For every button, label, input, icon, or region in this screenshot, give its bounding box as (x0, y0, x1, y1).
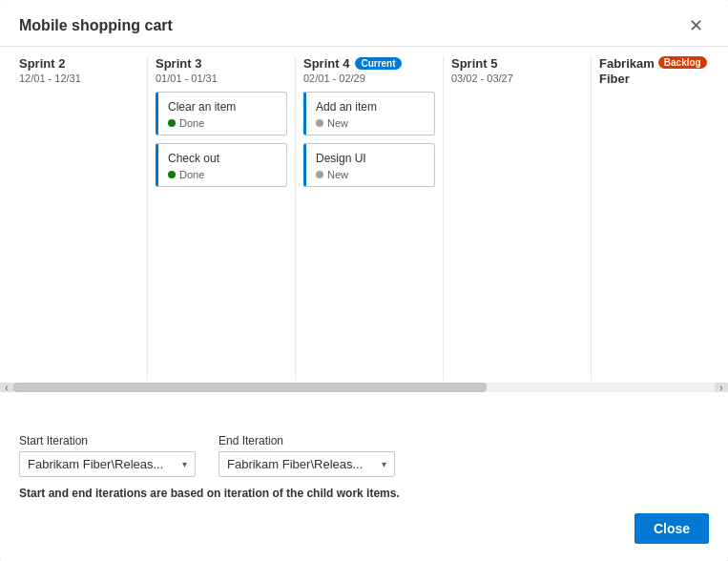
sprint5-dates: 03/02 - 03/27 (451, 73, 583, 84)
sprint-col-fabrikam: FabrikamFiber Backlog (592, 56, 728, 381)
scroll-left-arrow[interactable]: ‹ (0, 383, 13, 392)
scrollbar-thumb[interactable] (13, 383, 487, 392)
work-item-design-ui[interactable]: Design UI New (303, 143, 435, 187)
sprint-board-inner: Sprint 2 12/01 - 12/31 Sprint 3 01/01 - … (0, 56, 728, 381)
sprint-col-sprint5: Sprint 5 03/02 - 03/27 (444, 56, 592, 381)
fabrikam-name-row: FabrikamFiber Backlog (599, 56, 728, 86)
dialog-close-button[interactable]: ✕ (683, 15, 709, 36)
sprint3-header: Sprint 3 01/01 - 01/31 (156, 56, 287, 84)
sprint4-name: Sprint 4 (303, 56, 349, 71)
backlog-badge: Backlog (658, 56, 707, 69)
work-item-design-ui-status: New (316, 169, 425, 180)
work-item-add-an-item-status: New (316, 117, 425, 129)
work-item-check-out[interactable]: Check out Done (156, 143, 287, 187)
work-item-clear-an-item-status: Done (168, 117, 277, 129)
end-iteration-label: End Iteration (218, 434, 395, 447)
sprint4-header: Sprint 4 Current 02/01 - 02/29 (303, 56, 435, 84)
start-iteration-field: Start Iteration Fabrikam Fiber\Releas...… (19, 434, 196, 477)
dialog-title: Mobile shopping cart (19, 17, 173, 34)
sprint4-name-row: Sprint 4 Current (303, 56, 435, 71)
work-item-check-out-title: Check out (168, 152, 277, 165)
close-button[interactable]: Close (634, 513, 709, 544)
sprint-col-sprint2: Sprint 2 12/01 - 12/31 (0, 56, 148, 381)
status-label-clear: Done (179, 117, 204, 129)
sprint2-header: Sprint 2 12/01 - 12/31 (19, 56, 139, 84)
status-dot-new-add (316, 119, 323, 127)
end-iteration-value: Fabrikam Fiber\Releas... (227, 457, 363, 471)
start-iteration-label: Start Iteration (19, 434, 196, 447)
horizontal-scrollbar[interactable]: ‹ › (0, 383, 728, 392)
sprint5-name-row: Sprint 5 (451, 56, 583, 71)
status-dot-done-clear (168, 119, 176, 127)
sprint3-dates: 01/01 - 01/31 (156, 73, 287, 84)
sprint3-name: Sprint 3 (156, 56, 201, 71)
sprint4-dates: 02/01 - 02/29 (303, 73, 435, 84)
status-dot-new-design (316, 171, 323, 178)
sprint3-name-row: Sprint 3 (156, 56, 287, 71)
dialog-actions: Close (0, 500, 728, 561)
scroll-right-arrow[interactable]: › (715, 383, 728, 392)
work-item-add-an-item[interactable]: Add an item New (303, 92, 435, 135)
status-label-checkout: Done (179, 169, 204, 180)
work-item-clear-an-item-title: Clear an item (168, 100, 277, 114)
sprint5-header: Sprint 5 03/02 - 03/27 (451, 56, 583, 84)
sprint-col-sprint3: Sprint 3 01/01 - 01/31 Clear an item Don… (148, 56, 296, 381)
end-iteration-chevron-icon: ▾ (382, 459, 386, 469)
end-iteration-field: End Iteration Fabrikam Fiber\Releas... ▾ (218, 434, 395, 477)
sprint-board: Sprint 2 12/01 - 12/31 Sprint 3 01/01 - … (0, 47, 728, 421)
dialog-header: Mobile shopping cart ✕ (0, 0, 728, 47)
sprint2-name: Sprint 2 (19, 56, 65, 71)
work-item-clear-an-item[interactable]: Clear an item Done (156, 92, 287, 135)
start-iteration-chevron-icon: ▾ (182, 459, 187, 469)
work-item-check-out-status: Done (168, 169, 277, 180)
sprint2-dates: 12/01 - 12/31 (19, 73, 139, 84)
work-item-design-ui-title: Design UI (316, 152, 425, 165)
start-iteration-select[interactable]: Fabrikam Fiber\Releas... ▾ (19, 451, 196, 477)
sprint5-name: Sprint 5 (451, 56, 497, 71)
status-dot-done-checkout (168, 171, 176, 178)
work-item-add-an-item-title: Add an item (316, 100, 425, 114)
sprint-col-sprint4: Sprint 4 Current 02/01 - 02/29 Add an it… (296, 56, 444, 381)
status-label-design: New (327, 169, 348, 180)
start-iteration-value: Fabrikam Fiber\Releas... (28, 457, 163, 471)
fabrikam-header: FabrikamFiber Backlog (599, 56, 728, 86)
end-iteration-select[interactable]: Fabrikam Fiber\Releas... ▾ (218, 451, 395, 477)
status-label-add: New (327, 117, 348, 129)
dialog: Mobile shopping cart ✕ Sprint 2 12/01 - … (0, 0, 728, 561)
info-text: Start and end iterations are based on it… (0, 477, 728, 500)
fabrikam-name: FabrikamFiber (599, 56, 655, 86)
current-badge: Current (355, 57, 401, 70)
iteration-controls: Start Iteration Fabrikam Fiber\Releas...… (0, 421, 728, 477)
sprint2-name-row: Sprint 2 (19, 56, 139, 71)
